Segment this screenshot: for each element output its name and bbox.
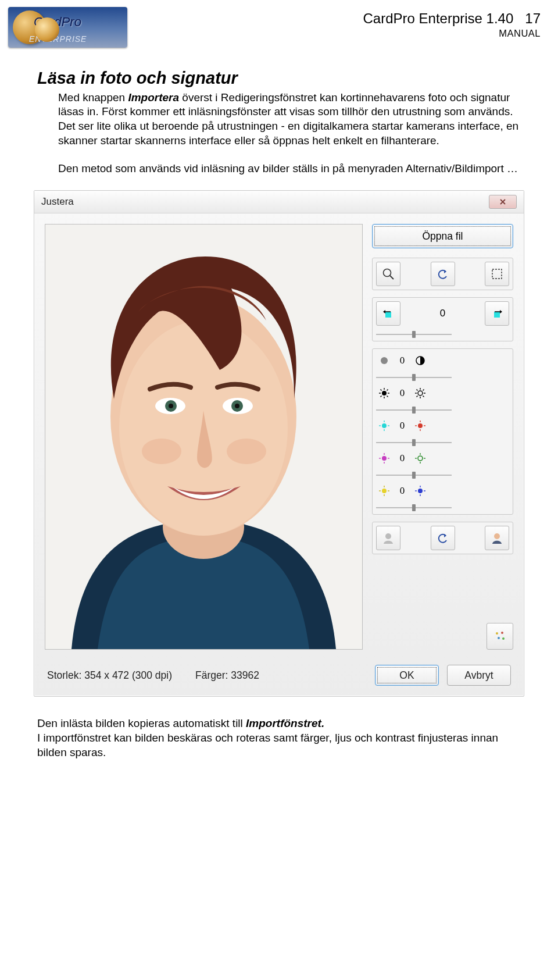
- para1-part-a: Med knappen: [58, 91, 128, 104]
- status-size: Storlek: 354 x 472 (300 dpi): [47, 669, 172, 682]
- undo-icon: [437, 268, 449, 280]
- svg-point-12: [384, 269, 391, 277]
- cyanred-value: 0: [396, 419, 409, 432]
- section-heading: Läsa in foto och signatur: [37, 67, 521, 90]
- svg-line-25: [387, 396, 388, 397]
- status-size-value: 354 x 472 (300 dpi): [84, 669, 172, 681]
- face-preset-button-1[interactable]: [376, 526, 400, 550]
- sun-dark-icon: [376, 385, 392, 401]
- dialog-titlebar: Justera: [34, 191, 524, 213]
- svg-rect-15: [385, 312, 391, 318]
- page-number: 17: [525, 10, 541, 26]
- low-brightness-icon: [376, 352, 392, 369]
- svg-rect-14: [492, 269, 502, 279]
- svg-line-33: [417, 390, 418, 391]
- magentagreen-value: 0: [396, 452, 409, 465]
- svg-point-8: [169, 404, 173, 408]
- svg-line-35: [417, 396, 418, 397]
- svg-point-71: [498, 637, 500, 639]
- app-logo: CardPro ENTERPRISE: [8, 7, 127, 48]
- rotate-left-button[interactable]: [376, 301, 400, 326]
- status-colors: Färger: 33962: [195, 669, 259, 682]
- open-file-button[interactable]: Öppna fil: [372, 224, 513, 248]
- yellowblue-slider[interactable]: [376, 505, 452, 511]
- face-color-icon: [490, 531, 504, 545]
- manual-label: MANUAL: [363, 27, 541, 40]
- tool-group-rotate: 0: [372, 297, 513, 341]
- footer-p1-em: Importfönstret.: [246, 717, 324, 729]
- svg-line-36: [423, 390, 424, 391]
- photo-preview: [45, 224, 363, 650]
- footer-paragraph-1: Den inlästa bilden kopieras automatiskt …: [37, 717, 521, 731]
- svg-line-26: [381, 396, 382, 397]
- exposure-value: 0: [396, 387, 409, 400]
- rotate-right-button[interactable]: [485, 301, 509, 326]
- close-icon: [499, 198, 506, 205]
- dialog-title: Justera: [41, 195, 74, 208]
- face-preset-button-2[interactable]: [485, 526, 509, 550]
- svg-line-24: [381, 390, 382, 391]
- status-colors-value: 33962: [231, 669, 259, 681]
- sun-light-icon: [412, 385, 428, 401]
- svg-line-34: [423, 396, 424, 397]
- paragraph-2: Den metod som används vid inläsning av b…: [37, 162, 521, 176]
- rotate-slider[interactable]: [376, 332, 452, 337]
- brightness-slider[interactable]: [376, 375, 452, 380]
- doc-title-text: CardPro Enterprise 1.40: [363, 10, 513, 26]
- svg-point-10: [142, 439, 181, 464]
- zoom-tool-button[interactable]: [376, 262, 400, 286]
- para1-emphasis: Importera: [128, 91, 179, 104]
- svg-point-42: [418, 423, 423, 428]
- svg-point-62: [418, 489, 423, 493]
- cyan-icon: [376, 418, 392, 434]
- svg-point-47: [382, 456, 387, 461]
- svg-point-28: [418, 391, 423, 395]
- close-button[interactable]: [489, 195, 517, 209]
- status-size-label: Storlek:: [47, 669, 84, 681]
- sparkle-icon: [493, 629, 507, 643]
- svg-point-68: [494, 533, 500, 539]
- footer-paragraph-2: I importfönstret kan bilden beskäras och…: [37, 731, 521, 760]
- svg-point-37: [382, 423, 387, 428]
- cancel-button[interactable]: Avbryt: [447, 665, 511, 686]
- svg-point-19: [382, 391, 387, 395]
- exposure-slider[interactable]: [376, 407, 452, 413]
- justera-dialog: Justera: [34, 190, 524, 697]
- logo-text-enterprise: ENTERPRISE: [29, 34, 87, 44]
- magentagreen-slider[interactable]: [376, 472, 452, 478]
- status-colors-label: Färger:: [195, 669, 231, 681]
- tool-group-brightness: 0 0 0: [372, 348, 513, 515]
- yellowblue-value: 0: [396, 484, 409, 497]
- footer-p1-a: Den inlästa bilden kopieras automatiskt …: [37, 717, 246, 729]
- svg-point-52: [418, 456, 423, 461]
- svg-point-11: [227, 439, 266, 464]
- tool-group-face: [372, 522, 513, 554]
- svg-line-27: [387, 390, 388, 391]
- svg-point-57: [382, 489, 387, 493]
- svg-point-17: [381, 357, 388, 364]
- svg-point-70: [501, 632, 503, 634]
- rotate-left-icon: [381, 307, 395, 320]
- marquee-tool-button[interactable]: [485, 262, 509, 286]
- ok-button[interactable]: OK: [375, 665, 439, 686]
- svg-point-67: [385, 533, 391, 539]
- svg-line-13: [390, 276, 394, 279]
- yellow-icon: [376, 483, 392, 499]
- paragraph-1: Med knappen Importera överst i Redigerin…: [37, 91, 521, 148]
- brightness-value: 0: [396, 354, 409, 367]
- marquee-icon: [491, 268, 503, 280]
- undo-face-button[interactable]: [431, 526, 455, 550]
- green-icon: [412, 450, 428, 466]
- cyanred-slider[interactable]: [376, 440, 452, 446]
- tool-group-view: [372, 258, 513, 290]
- rotate-right-icon: [490, 307, 504, 320]
- high-contrast-icon: [412, 352, 428, 369]
- magnifier-icon: [382, 268, 395, 280]
- undo-button[interactable]: [431, 262, 455, 286]
- svg-point-69: [496, 632, 498, 635]
- effects-button[interactable]: [487, 623, 513, 650]
- undo-icon: [437, 532, 449, 544]
- svg-point-72: [502, 637, 505, 640]
- svg-point-9: [235, 404, 239, 408]
- blue-icon: [412, 483, 428, 499]
